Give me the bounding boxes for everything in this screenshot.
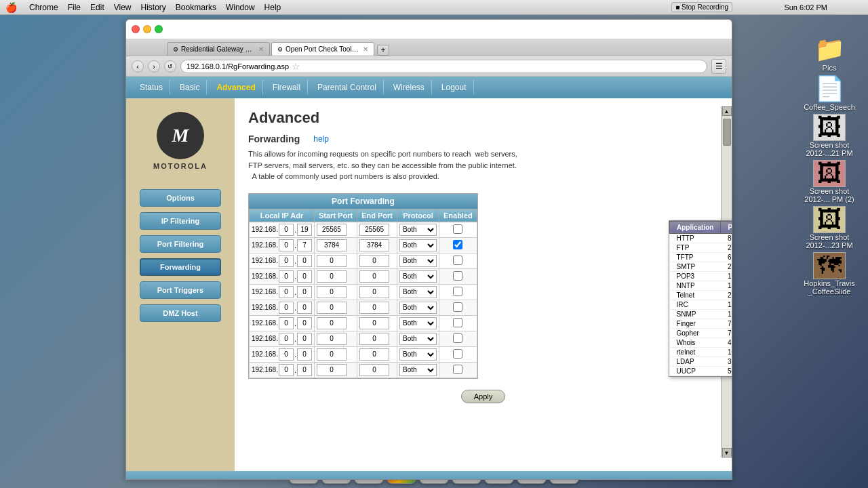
enabled-checkbox-2[interactable] <box>453 256 462 265</box>
minimize-button[interactable] <box>143 25 151 33</box>
nav-status[interactable]: Status <box>133 80 170 95</box>
enabled-checkbox-4[interactable] <box>453 287 462 296</box>
sidebar-port-filtering-button[interactable]: Port Filtering <box>140 235 221 253</box>
popup-row-0[interactable]: HTTP80 <box>670 233 732 243</box>
end-port-input-8[interactable] <box>359 348 389 361</box>
popup-row-7[interactable]: IRC194 <box>670 300 732 309</box>
sidebar-forwarding-button[interactable]: Forwarding <box>140 258 221 276</box>
ip-input-b-9[interactable] <box>297 364 312 376</box>
ip-input-b-1[interactable] <box>297 239 312 251</box>
scroll-down-button[interactable]: ▼ <box>722 448 732 458</box>
menu-edit[interactable]: Edit <box>90 3 104 12</box>
menu-history[interactable]: History <box>141 3 166 12</box>
popup-row-12[interactable]: rtelnet107 <box>670 347 732 357</box>
ip-input-a-7[interactable] <box>279 333 294 345</box>
start-port-input-5[interactable] <box>317 302 347 314</box>
tab-residential[interactable]: ⚙ Residential Gateway Config... ✕ <box>167 42 270 56</box>
menu-view[interactable]: View <box>114 3 132 12</box>
protocol-select-2[interactable]: BothTCPUDP <box>399 255 437 267</box>
nav-wireless[interactable]: Wireless <box>387 80 432 95</box>
enabled-checkbox-1[interactable] <box>453 240 462 249</box>
enabled-checkbox-9[interactable] <box>453 365 462 374</box>
menu-chrome[interactable]: Chrome <box>29 3 58 12</box>
desktop-item-pics[interactable]: 📁 Pics <box>799 35 860 72</box>
nav-logout[interactable]: Logout <box>435 80 474 95</box>
end-port-input-4[interactable] <box>359 286 389 298</box>
popup-row-1[interactable]: FTP21 <box>670 243 732 252</box>
popup-row-2[interactable]: TFTP69 <box>670 252 732 262</box>
popup-row-14[interactable]: UUCP540 <box>670 366 732 375</box>
start-port-input-3[interactable] <box>317 270 347 283</box>
end-port-input-0[interactable] <box>359 224 389 236</box>
end-port-input-2[interactable] <box>359 255 389 267</box>
sidebar-port-triggers-button[interactable]: Port Triggers <box>140 281 221 299</box>
ip-input-a-1[interactable] <box>279 239 294 251</box>
start-port-input-0[interactable] <box>317 224 347 236</box>
sidebar-ip-filtering-button[interactable]: IP Filtering <box>140 212 221 230</box>
start-port-input-4[interactable] <box>317 286 347 298</box>
help-link[interactable]: help <box>313 134 329 144</box>
end-port-input-9[interactable] <box>359 364 389 376</box>
popup-row-8[interactable]: SNMP161 <box>670 309 732 319</box>
protocol-select-3[interactable]: BothTCPUDP <box>399 270 437 283</box>
ip-input-a-4[interactable] <box>279 286 294 298</box>
address-bar[interactable]: 192.168.0.1/RgForwarding.asp ☆ <box>180 60 707 73</box>
protocol-select-1[interactable]: BothTCPUDP <box>399 239 437 251</box>
popup-row-5[interactable]: NNTP119 <box>670 281 732 290</box>
menu-help[interactable]: Help <box>264 3 281 12</box>
enabled-checkbox-7[interactable] <box>453 333 462 343</box>
apple-menu[interactable]: 🍎 <box>5 2 17 13</box>
end-port-input-1[interactable] <box>359 239 389 251</box>
ip-input-b-6[interactable] <box>297 317 312 329</box>
start-port-input-1[interactable] <box>317 239 347 251</box>
nav-firewall[interactable]: Firewall <box>266 80 308 95</box>
back-button[interactable]: ‹ <box>132 60 144 73</box>
forward-button[interactable]: › <box>148 60 160 73</box>
tab-port-check[interactable]: ⚙ Open Port Check Tool – Tes... ✕ <box>271 42 374 56</box>
ip-input-a-2[interactable] <box>279 255 294 267</box>
popup-row-4[interactable]: POP3110 <box>670 271 732 281</box>
ip-input-a-9[interactable] <box>279 364 294 376</box>
enabled-checkbox-5[interactable] <box>453 302 462 312</box>
start-port-input-8[interactable] <box>317 348 347 361</box>
scroll-up-button[interactable]: ▲ <box>722 106 732 116</box>
popup-row-6[interactable]: Telnet23 <box>670 290 732 300</box>
sidebar-dmz-host-button[interactable]: DMZ Host <box>140 304 221 322</box>
popup-row-3[interactable]: SMTP25 <box>670 262 732 271</box>
scroll-thumb[interactable] <box>723 119 731 146</box>
desktop-item-screenshot2[interactable]: 🖼 Screen shot 2012-... PM (2) <box>799 160 860 203</box>
menu-window[interactable]: Window <box>226 3 255 12</box>
ip-input-b-3[interactable] <box>297 270 312 283</box>
ip-input-a-8[interactable] <box>279 348 294 361</box>
menu-bookmarks[interactable]: Bookmarks <box>176 3 216 12</box>
end-port-input-3[interactable] <box>359 270 389 283</box>
protocol-select-8[interactable]: BothTCPUDP <box>399 348 437 361</box>
ip-input-a-6[interactable] <box>279 317 294 329</box>
new-tab-button[interactable]: + <box>377 45 389 56</box>
popup-row-9[interactable]: Finger79 <box>670 319 732 328</box>
nav-basic[interactable]: Basic <box>173 80 207 95</box>
desktop-item-coffee-slide[interactable]: 🗺 Hopkins_Travis_CoffeeSlide <box>799 252 860 296</box>
nav-advanced[interactable]: Advanced <box>210 80 262 95</box>
settings-icon[interactable]: ☰ <box>711 59 726 74</box>
start-port-input-2[interactable] <box>317 255 347 267</box>
nav-parental-control[interactable]: Parental Control <box>311 80 384 95</box>
protocol-select-5[interactable]: BothTCPUDP <box>399 302 437 314</box>
bookmark-star[interactable]: ☆ <box>292 61 300 72</box>
enabled-checkbox-8[interactable] <box>453 349 462 359</box>
tab-close-port-check[interactable]: ✕ <box>363 45 368 53</box>
popup-row-10[interactable]: Gopher70 <box>670 328 732 338</box>
stop-recording-button[interactable]: ■ Stop Recording <box>671 2 732 12</box>
ip-input-a-5[interactable] <box>279 302 294 314</box>
ip-input-b-8[interactable] <box>297 348 312 361</box>
start-port-input-9[interactable] <box>317 364 347 376</box>
apply-button[interactable]: Apply <box>461 390 506 403</box>
desktop-item-screenshot1[interactable]: 🖼 Screen shot 2012-...21 PM <box>799 114 860 157</box>
enabled-checkbox-3[interactable] <box>453 271 462 281</box>
popup-row-13[interactable]: LDAP389 <box>670 357 732 366</box>
ip-input-b-0[interactable] <box>297 224 312 236</box>
ip-input-a-3[interactable] <box>279 270 294 283</box>
ip-input-b-4[interactable] <box>297 286 312 298</box>
ip-input-b-7[interactable] <box>297 333 312 345</box>
protocol-select-6[interactable]: BothTCPUDP <box>399 317 437 329</box>
